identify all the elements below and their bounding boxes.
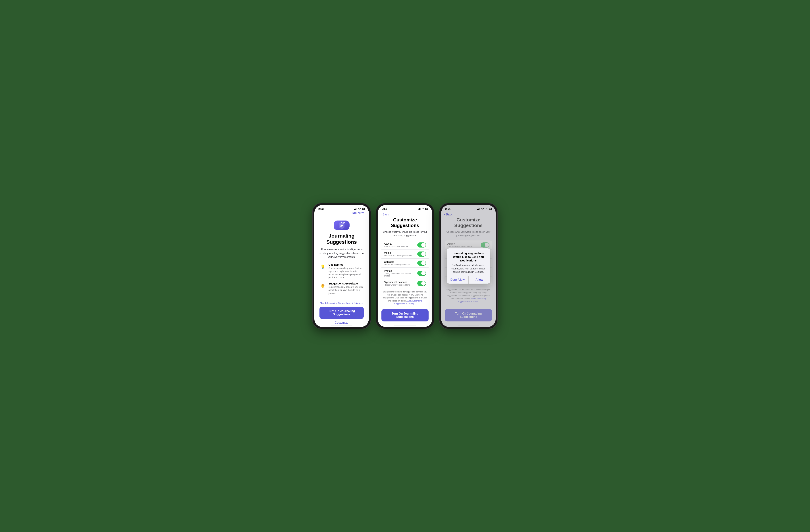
feature-title-0: Get Inspired: [328, 263, 364, 266]
customize-desc-2: Choose what you would like to see in you…: [382, 230, 428, 237]
hand-icon: ✋: [320, 283, 326, 289]
app-icon: ✦ ✦: [334, 221, 350, 230]
toggle-sub-0: Your workouts and exercise: [384, 245, 408, 247]
journal-icon: ✦ ✦: [337, 221, 346, 230]
status-bar-2: 2:53 69: [378, 205, 432, 211]
turn-on-button-2[interactable]: Turn On Journaling Suggestions: [382, 309, 428, 321]
toggle-switch-2[interactable]: [417, 261, 426, 265]
status-bar-1: 2:53 69: [314, 205, 369, 211]
allow-button[interactable]: Allow: [469, 276, 490, 284]
home-indicator-1: [331, 325, 353, 325]
feature-desc-1: Suggestions only appear if you write abo…: [328, 286, 364, 295]
battery-icon: 69: [362, 208, 365, 210]
feature-desc-0: Summaries can help you reflect on topics…: [328, 267, 364, 279]
toggle-sub-3: Library, memories, and shared photos: [384, 273, 417, 277]
customize-link[interactable]: Customize: [335, 321, 349, 324]
alert-overlay: "Journaling Suggestions" Would Like to S…: [441, 205, 496, 327]
feature-item-0: 💡 Get Inspired Summaries can help you re…: [320, 263, 364, 279]
lightbulb-icon: 💡: [320, 264, 326, 270]
footer-note-2: Suggestions use data from apps and servi…: [382, 290, 428, 305]
toggle-photos: Photos Library, memories, and shared pho…: [382, 268, 428, 279]
customize-title-2: Customize Suggestions: [391, 217, 419, 228]
about-link-1[interactable]: About Journaling Suggestions & Privacy..…: [320, 302, 363, 304]
home-indicator-2: [394, 325, 416, 325]
toggle-switch-1[interactable]: [417, 252, 426, 257]
status-time-2: 2:53: [382, 207, 387, 210]
svg-rect-1: [355, 209, 356, 210]
wifi-icon-2: [421, 208, 424, 210]
alert-buttons: Don't Allow Allow: [447, 276, 490, 284]
alert-content: "Journaling Suggestions" Would Like to S…: [447, 248, 490, 276]
alert-message: Notifications may include alerts, sounds…: [450, 264, 487, 274]
svg-rect-0: [354, 209, 355, 210]
toggle-switch-3[interactable]: [417, 271, 426, 276]
toggle-list-2: Activity Your workouts and exercise Medi…: [382, 240, 428, 288]
battery-level-2: 69: [425, 208, 428, 210]
dont-allow-button[interactable]: Don't Allow: [447, 276, 469, 284]
chevron-icon-2: ‹: [381, 212, 382, 216]
toggle-media: Media Podcasts and music you listen to: [382, 249, 428, 259]
toggle-locations: Significant Locations Places where you s…: [382, 279, 428, 288]
screen2-scroll: Customize Suggestions Choose what you wo…: [378, 217, 432, 309]
svg-rect-10: [420, 208, 421, 210]
alert-dialog: "Journaling Suggestions" Would Like to S…: [447, 248, 490, 284]
feature-list: 💡 Get Inspired Summaries can help you re…: [320, 263, 364, 298]
toggle-activity: Activity Your workouts and exercise: [382, 240, 428, 249]
svg-rect-3: [357, 208, 357, 210]
toggle-label-1: Media: [384, 251, 413, 254]
main-title: Journaling Suggestions: [326, 233, 357, 245]
back-label-2: Back: [383, 213, 389, 216]
status-icons-2: 69: [418, 208, 428, 210]
feature-title-1: Suggestions Are Private: [328, 282, 364, 285]
svg-rect-8: [418, 209, 419, 210]
phone-3: 2:54 69 ‹ Back Customize Suggestions Cho…: [439, 203, 498, 329]
svg-rect-2: [356, 208, 356, 210]
toggle-label-2: Contacts: [384, 260, 410, 263]
wifi-icon: [358, 208, 361, 210]
svg-rect-7: [418, 209, 418, 210]
status-time-1: 2:53: [318, 207, 324, 210]
screen1-scroll: Not Now ✦ ✦ Journaling Suggestions iPhon…: [314, 211, 369, 324]
back-button-2[interactable]: ‹ Back: [381, 212, 389, 216]
phone-2: 2:53 69 ‹ Back Customize Suggestions Cho…: [376, 203, 434, 329]
not-now-button[interactable]: Not Now: [352, 211, 364, 215]
toggle-switch-0[interactable]: [417, 242, 426, 247]
toggle-label-0: Activity: [384, 242, 408, 245]
toggle-label-4: Significant Locations: [384, 281, 410, 284]
main-desc: iPhone uses on-device intelligence to cr…: [320, 247, 364, 259]
battery-level: 69: [362, 208, 365, 210]
toggle-sub-2: People you message and call: [384, 263, 410, 265]
toggle-sub-4: Places where you spend time: [384, 284, 410, 286]
toggle-switch-4[interactable]: [417, 281, 426, 286]
feature-item-1: ✋ Suggestions Are Private Suggestions on…: [320, 282, 364, 295]
screen2-bottom: Turn On Journaling Suggestions: [378, 309, 432, 324]
alert-title: "Journaling Suggestions" Would Like to S…: [450, 252, 487, 262]
toggle-contacts: Contacts People you message and call: [382, 259, 428, 268]
signal-icon-2: [418, 208, 421, 210]
toggle-label-3: Photos: [384, 270, 417, 272]
svg-rect-9: [419, 208, 420, 210]
svg-text:✦: ✦: [342, 223, 344, 225]
toggle-sub-1: Podcasts and music you listen to: [384, 254, 413, 257]
phone-1: 2:53 69 Not Now: [312, 203, 371, 329]
status-icons-1: 69: [354, 208, 365, 210]
turn-on-button-1[interactable]: Turn On Journaling Suggestions: [320, 307, 364, 319]
battery-icon-2: 69: [425, 208, 428, 210]
signal-icon: [354, 208, 357, 210]
nav-2: ‹ Back: [378, 211, 432, 217]
